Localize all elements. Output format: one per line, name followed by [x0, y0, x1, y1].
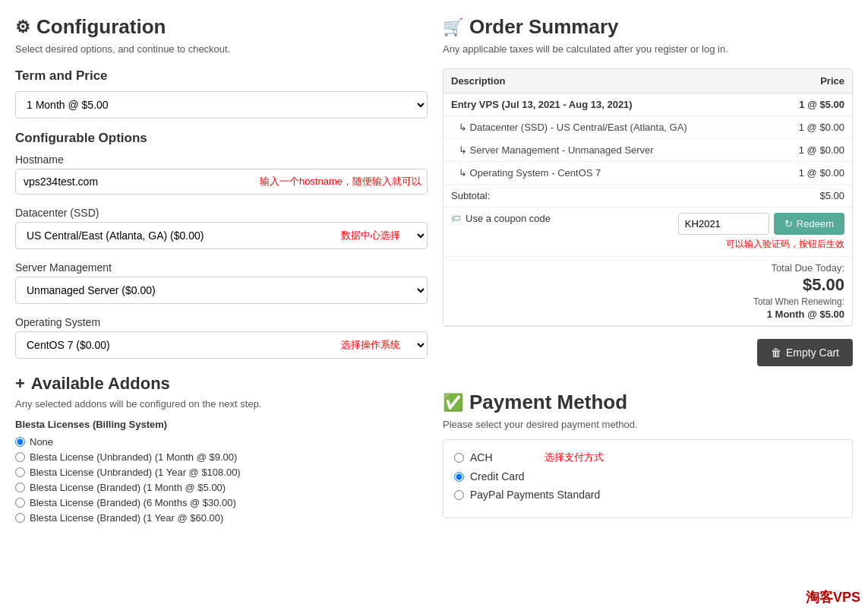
payment-radio-ach[interactable]: [454, 453, 464, 463]
row-label: ↳ Server Management - Unmanaged Server: [443, 139, 772, 162]
addon-radio-5[interactable]: [15, 513, 25, 523]
addon-option-5: Blesta License (Branded) (1 Year @ $60.0…: [15, 512, 428, 524]
total-cell: Total Due Today: $5.00 Total When Renewi…: [443, 257, 852, 326]
addon-radio-1[interactable]: [15, 452, 25, 462]
payment-label-cc: Credit Card: [470, 470, 525, 483]
payment-subtitle: Please select your desired payment metho…: [443, 419, 853, 430]
server-mgmt-group: Server Management Unmanaged Server ($0.0…: [15, 261, 428, 304]
total-due-label: Total Due Today:: [771, 262, 844, 274]
subtotal-value: $5.00: [772, 185, 852, 207]
table-row: Entry VPS (Jul 13, 2021 - Aug 13, 2021) …: [443, 93, 852, 116]
term-section-title: Term and Price: [15, 68, 428, 84]
addon-group-title: Blesta Licenses (Billing System): [15, 419, 428, 430]
payment-option-ach: ACH 选择支付方式: [454, 451, 841, 464]
payment-label-paypal: PayPal Payments Standard: [470, 489, 600, 501]
coupon-cell: 🏷 Use a coupon code KH2021 ↻ Redeem: [443, 207, 852, 257]
coupon-input[interactable]: KH2021: [678, 213, 769, 235]
os-select[interactable]: CentOS 7 ($0.00) CentOS 8 ($0.00) Ubuntu…: [15, 331, 428, 359]
term-select[interactable]: 1 Month @ $5.00 3 Months @ $14.00 6 Mont…: [15, 91, 428, 119]
addon-label-4: Blesta License (Branded) (6 Months @ $30…: [30, 497, 236, 508]
addon-option-none: None: [15, 436, 428, 448]
addon-label-2: Blesta License (Unbranded) (1 Year @ $10…: [30, 467, 241, 478]
coupon-annotation: 可以输入验证码，按钮后生效: [726, 238, 844, 251]
addon-option-3: Blesta License (Branded) (1 Month @ $5.0…: [15, 482, 428, 493]
hostname-group: Hostname vps234test.com 输入一个hostname，随便输…: [15, 154, 428, 195]
row-label: Entry VPS (Jul 13, 2021 - Aug 13, 2021): [443, 93, 772, 116]
config-subtitle: Select desired options, and continue to …: [15, 43, 428, 55]
coupon-label: Use a coupon code: [466, 213, 551, 224]
term-price-section: Term and Price 1 Month @ $5.00 3 Months …: [15, 68, 428, 119]
addons-subtitle: Any selected addons will be configured o…: [15, 398, 428, 410]
table-row: ↳ Server Management - Unmanaged Server 1…: [443, 139, 852, 162]
payment-label-ach: ACH: [470, 451, 493, 464]
tag-icon: 🏷: [451, 213, 461, 224]
payment-option-cc: Credit Card: [454, 470, 841, 483]
configurable-title: Configurable Options: [15, 131, 428, 146]
cart-icon: 🛒: [443, 17, 463, 37]
payment-radio-cc[interactable]: [454, 472, 464, 482]
table-row: ↳ Operating System - CentOS 7 1 @ $0.00: [443, 162, 852, 185]
payment-option-paypal: PayPal Payments Standard: [454, 489, 841, 501]
right-column: 🛒 Order Summary Any applicable taxes wil…: [443, 15, 853, 527]
addon-label-1: Blesta License (Unbranded) (1 Month @ $9…: [30, 451, 237, 463]
total-row: Total Due Today: $5.00 Total When Renewi…: [443, 257, 852, 326]
server-mgmt-select[interactable]: Unmanaged Server ($0.00) Managed Server …: [15, 277, 428, 304]
row-price: 1 @ $0.00: [772, 139, 852, 162]
refresh-icon: ↻: [784, 218, 793, 229]
plus-icon: +: [15, 374, 25, 394]
addon-radio-2[interactable]: [15, 467, 25, 477]
left-column: ⚙ Configuration Select desired options, …: [15, 15, 428, 527]
datacenter-label: Datacenter (SSD): [15, 207, 428, 219]
table-row: ↳ Datacenter (SSD) - US Central/East (At…: [443, 116, 852, 139]
renewing-value: 1 Month @ $5.00: [767, 309, 844, 320]
check-circle-icon: ✅: [443, 393, 463, 413]
price-col-header: Price: [772, 69, 852, 93]
renewing-label: Total When Renewing:: [753, 296, 844, 307]
addon-radio-4[interactable]: [15, 498, 25, 508]
datacenter-group: Datacenter (SSD) US Central/East (Atlant…: [15, 207, 428, 249]
addon-radio-none[interactable]: [15, 437, 25, 447]
addon-option-4: Blesta License (Branded) (6 Months @ $30…: [15, 497, 428, 508]
order-summary-table: Description Price Entry VPS (Jul 13, 202…: [443, 68, 853, 327]
subtotal-label: Subtotal:: [443, 185, 772, 207]
order-summary-heading: 🛒 Order Summary: [443, 15, 853, 39]
row-price: 1 @ $0.00: [772, 116, 852, 139]
payment-heading: ✅ Payment Method: [443, 391, 853, 414]
desc-col-header: Description: [443, 69, 772, 93]
hostname-label: Hostname: [15, 154, 428, 166]
os-label: Operating System: [15, 316, 428, 328]
addon-label-3: Blesta License (Branded) (1 Month @ $5.0…: [30, 482, 226, 493]
datacenter-select[interactable]: US Central/East (Atlanta, GA) ($0.00) US…: [15, 222, 428, 249]
addon-radio-3[interactable]: [15, 483, 25, 492]
row-price: 1 @ $0.00: [772, 162, 852, 185]
subtotal-row: Subtotal: $5.00: [443, 185, 852, 207]
payment-section: ACH 选择支付方式 Credit Card PayPal Payments S…: [443, 439, 853, 518]
gear-icon: ⚙: [15, 17, 30, 37]
configurable-options-section: Configurable Options Hostname vps234test…: [15, 131, 428, 359]
payment-annotation: 选择支付方式: [544, 451, 604, 464]
redeem-button[interactable]: ↻ Redeem: [774, 213, 844, 235]
row-label: ↳ Datacenter (SSD) - US Central/East (At…: [443, 116, 772, 139]
addons-section: + Available Addons Any selected addons w…: [15, 374, 428, 524]
order-subtitle: Any applicable taxes will be calculated …: [443, 43, 853, 55]
addon-label-none: None: [30, 436, 53, 448]
hostname-annotation: 输入一个hostname，随便输入就可以: [260, 175, 421, 188]
addon-label-5: Blesta License (Branded) (1 Year @ $60.0…: [30, 512, 223, 524]
row-price: 1 @ $5.00: [772, 93, 852, 116]
config-heading: ⚙ Configuration: [15, 15, 428, 39]
os-group: Operating System CentOS 7 ($0.00) CentOS…: [15, 316, 428, 359]
server-mgmt-label: Server Management: [15, 261, 428, 274]
payment-radio-paypal[interactable]: [454, 490, 464, 500]
addon-option-2: Blesta License (Unbranded) (1 Year @ $10…: [15, 467, 428, 478]
trash-icon: 🗑: [771, 347, 781, 359]
coupon-row: 🏷 Use a coupon code KH2021 ↻ Redeem: [443, 207, 852, 257]
addons-title: + Available Addons: [15, 374, 428, 394]
empty-cart-button[interactable]: 🗑 Empty Cart: [757, 339, 853, 366]
addon-option-1: Blesta License (Unbranded) (1 Month @ $9…: [15, 451, 428, 463]
total-due-value: $5.00: [803, 275, 844, 295]
row-label: ↳ Operating System - CentOS 7: [443, 162, 772, 185]
